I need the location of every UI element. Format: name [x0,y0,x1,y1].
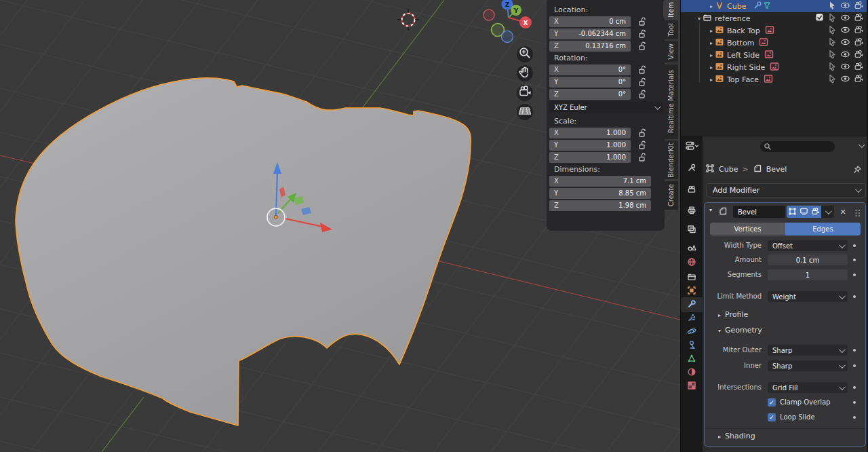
camera-view-button[interactable] [517,85,533,101]
selectable-icon[interactable] [827,1,837,12]
selectable-icon[interactable] [827,50,837,61]
dimensions-y-field[interactable]: Y8.85 cm [549,188,651,199]
search-input[interactable] [760,141,835,152]
animate-dot[interactable] [853,295,856,298]
render-camera-icon[interactable] [854,25,864,37]
lock-icon[interactable] [638,65,646,75]
animate-dot[interactable] [853,274,856,276]
dimensions-z-field[interactable]: Z1.98 cm [549,200,651,211]
outliner-row[interactable]: ▾ reference [681,12,868,24]
properties-tab-world[interactable] [681,255,703,270]
sidebar-tab-view[interactable]: View [663,41,678,62]
location-x-field[interactable]: X0 cm [549,16,631,27]
properties-tab-texture[interactable] [681,379,703,394]
lock-icon[interactable] [638,90,646,99]
shading-section-header[interactable]: ▸Shading [718,432,755,440]
hide-eye-icon[interactable] [840,25,850,37]
properties-tab-data[interactable] [681,352,703,366]
render-camera-icon[interactable] [854,37,864,49]
sidebar-tab-create[interactable]: Create [663,181,678,210]
close-icon[interactable]: ✕ [837,206,848,218]
properties-tab-output[interactable] [681,204,703,219]
pin-icon[interactable] [852,164,862,177]
modifier-extras-chevron[interactable] [821,206,834,218]
properties-tab-viewlayer[interactable] [681,223,703,238]
expand-arrow-icon[interactable]: ▸ [708,40,715,46]
render-camera-icon[interactable] [854,74,864,86]
properties-tab-collection[interactable] [681,270,703,285]
editor-type-button[interactable] [685,141,705,153]
segments-field[interactable]: 1 [768,269,848,280]
expand-arrow-icon[interactable]: ▸ [708,52,715,58]
hide-eye-icon[interactable] [840,1,850,12]
perspective-toggle-button[interactable] [517,104,533,120]
outliner-row[interactable]: ▸ Bottom [681,37,868,49]
lock-icon[interactable] [638,41,646,51]
animate-dot[interactable] [853,401,856,404]
scale-z-field[interactable]: Z1.000 [549,152,631,163]
loop-slide-checkbox[interactable]: ✓ [768,413,776,421]
outliner-row[interactable]: ▸ Left Side [681,49,868,61]
affect-edges-button[interactable]: Edges [785,223,861,236]
lock-icon[interactable] [638,17,646,26]
sidebar-tab-blenderkit[interactable]: BlenderKit [663,140,678,179]
selectable-icon[interactable] [827,13,837,24]
clamp-overlap-checkbox[interactable]: ✓ [768,398,776,407]
properties-tab-tool[interactable] [681,161,703,176]
animate-dot[interactable] [853,416,856,419]
geometry-section-header[interactable]: ▾Geometry [718,326,762,335]
sidebar-tab-tool[interactable]: Tool [663,20,678,39]
sidebar-tab-realtime-materials[interactable]: Realtime Materials [663,64,678,139]
render-camera-icon[interactable] [854,62,864,73]
selectable-icon[interactable] [827,62,837,73]
expand-arrow-icon[interactable]: ▸ [708,77,715,83]
lock-icon[interactable] [638,128,646,138]
collection-checkbox[interactable] [815,13,824,24]
outliner-row[interactable]: ▸ Right Side [681,61,868,73]
hide-eye-icon[interactable] [840,62,850,73]
dimensions-x-field[interactable]: X7.1 cm [549,176,651,187]
rotation-mode-dropdown[interactable]: XYZ Euler [549,102,663,113]
lock-icon[interactable] [638,140,646,150]
render-display-toggle[interactable] [810,206,821,218]
breadcrumb-modifier[interactable]: Bevel [766,165,787,174]
rotation-z-field[interactable]: Z0° [549,89,631,100]
collapse-arrow-icon[interactable]: ▾ [696,16,703,22]
animate-dot[interactable] [853,364,856,367]
render-camera-icon[interactable] [854,13,864,24]
expand-arrow-icon[interactable]: ▸ [708,28,715,34]
outliner-row[interactable]: ▸ Cube [681,0,868,12]
properties-tab-particles[interactable] [681,311,703,326]
affect-vertices-button[interactable]: Vertices [710,223,785,236]
expand-chevron-icon[interactable]: ▾ [709,207,712,213]
limit-method-dropdown[interactable]: Weight [768,291,848,302]
hide-eye-icon[interactable] [840,74,850,86]
hide-eye-icon[interactable] [840,50,850,61]
intersections-dropdown[interactable]: Grid Fill [768,382,848,393]
scale-x-field[interactable]: X1.000 [549,128,631,138]
properties-tab-constraints[interactable] [681,338,703,353]
lock-icon[interactable] [638,77,646,87]
render-camera-icon[interactable] [854,1,864,12]
modifier-name-field[interactable]: Bevel [733,206,785,218]
properties-tab-scene[interactable] [681,240,703,255]
pan-button[interactable] [517,65,533,81]
sidebar-tab-item[interactable]: Item [663,0,678,19]
miter-inner-dropdown[interactable]: Sharp [768,360,848,371]
filter-chevron-icon[interactable] [859,143,863,148]
properties-tab-object[interactable] [681,284,703,299]
realtime-display-toggle[interactable] [798,206,810,218]
render-camera-icon[interactable] [854,50,864,61]
add-modifier-button[interactable]: Add Modifier [706,183,866,197]
selectable-icon[interactable] [827,37,837,49]
edit-mode-toggle[interactable] [787,206,798,218]
animate-dot[interactable] [853,349,856,352]
selectable-icon[interactable] [827,74,837,86]
lock-icon[interactable] [638,29,646,39]
breadcrumb-object[interactable]: Cube [719,165,738,174]
hide-eye-icon[interactable] [840,37,850,49]
rotation-x-field[interactable]: X0° [549,64,631,75]
properties-tab-render[interactable] [681,183,703,197]
selectable-icon[interactable] [827,25,837,37]
animate-dot[interactable] [853,259,856,261]
